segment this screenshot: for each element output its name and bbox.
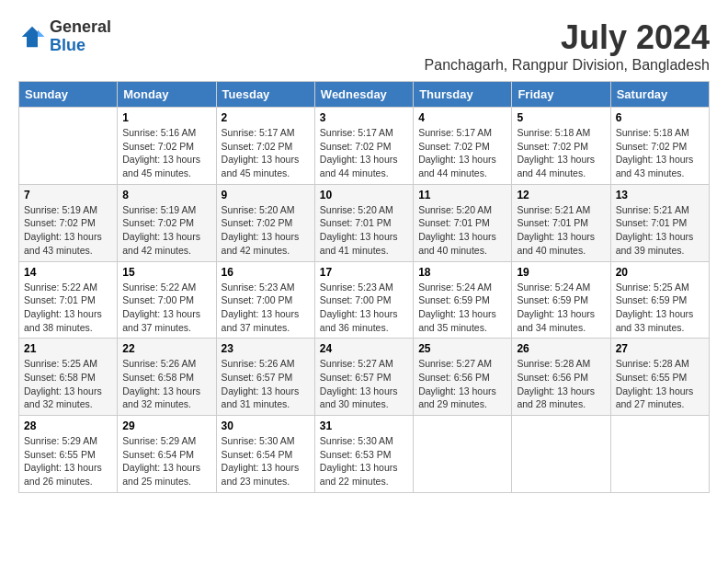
day-info: Sunrise: 5:30 AMSunset: 6:54 PMDaylight:… (222, 434, 310, 488)
calendar-cell: 8Sunrise: 5:19 AMSunset: 7:02 PMDaylight… (118, 184, 216, 261)
day-info: Sunrise: 5:23 AMSunset: 7:00 PMDaylight:… (320, 281, 408, 335)
calendar-cell: 22Sunrise: 5:26 AMSunset: 6:58 PMDayligh… (118, 339, 216, 416)
calendar-cell (610, 416, 709, 493)
day-number: 11 (418, 189, 506, 201)
calendar-week-row: 28Sunrise: 5:29 AMSunset: 6:55 PMDayligh… (19, 416, 710, 493)
calendar-week-row: 21Sunrise: 5:25 AMSunset: 6:58 PMDayligh… (19, 339, 710, 416)
logo-icon (18, 23, 46, 51)
day-info: Sunrise: 5:20 AMSunset: 7:02 PMDaylight:… (222, 203, 310, 258)
day-info: Sunrise: 5:29 AMSunset: 6:55 PMDaylight:… (24, 434, 112, 488)
calendar-cell: 14Sunrise: 5:22 AMSunset: 7:01 PMDayligh… (19, 261, 118, 339)
calendar-cell: 26Sunrise: 5:28 AMSunset: 6:56 PMDayligh… (512, 339, 610, 416)
day-number: 29 (122, 419, 210, 432)
calendar-cell: 10Sunrise: 5:20 AMSunset: 7:01 PMDayligh… (314, 184, 413, 261)
day-info: Sunrise: 5:23 AMSunset: 7:00 PMDaylight:… (222, 281, 310, 335)
day-info: Sunrise: 5:27 AMSunset: 6:56 PMDaylight:… (418, 357, 506, 411)
day-number: 10 (320, 189, 408, 201)
day-info: Sunrise: 5:22 AMSunset: 7:01 PMDaylight:… (24, 281, 112, 335)
calendar-cell (19, 108, 118, 185)
calendar-cell (512, 416, 610, 493)
calendar-cell: 11Sunrise: 5:20 AMSunset: 7:01 PMDayligh… (414, 184, 512, 261)
weekday-header-thursday: Thursday (414, 82, 512, 108)
calendar-cell: 1Sunrise: 5:16 AMSunset: 7:02 PMDaylight… (118, 108, 216, 185)
day-number: 12 (517, 189, 605, 201)
day-info: Sunrise: 5:30 AMSunset: 6:53 PMDaylight:… (320, 434, 408, 488)
day-number: 17 (320, 266, 408, 279)
calendar-cell: 3Sunrise: 5:17 AMSunset: 7:02 PMDaylight… (314, 108, 413, 185)
calendar-cell: 30Sunrise: 5:30 AMSunset: 6:54 PMDayligh… (216, 416, 314, 493)
day-info: Sunrise: 5:18 AMSunset: 7:02 PMDaylight:… (616, 126, 704, 180)
day-info: Sunrise: 5:20 AMSunset: 7:01 PMDaylight:… (320, 203, 408, 258)
calendar-cell: 31Sunrise: 5:30 AMSunset: 6:53 PMDayligh… (314, 416, 413, 493)
calendar-cell: 16Sunrise: 5:23 AMSunset: 7:00 PMDayligh… (216, 261, 314, 339)
day-info: Sunrise: 5:24 AMSunset: 6:59 PMDaylight:… (517, 281, 605, 335)
calendar-cell: 24Sunrise: 5:27 AMSunset: 6:57 PMDayligh… (314, 339, 413, 416)
day-number: 23 (222, 342, 310, 355)
day-info: Sunrise: 5:24 AMSunset: 6:59 PMDaylight:… (418, 281, 506, 335)
calendar-table: SundayMondayTuesdayWednesdayThursdayFrid… (18, 81, 710, 493)
calendar-cell: 12Sunrise: 5:21 AMSunset: 7:01 PMDayligh… (512, 184, 610, 261)
weekday-header-wednesday: Wednesday (314, 82, 413, 108)
calendar-cell: 20Sunrise: 5:25 AMSunset: 6:59 PMDayligh… (610, 261, 709, 339)
day-number: 22 (122, 342, 210, 355)
day-info: Sunrise: 5:17 AMSunset: 7:02 PMDaylight:… (418, 126, 506, 180)
calendar-cell: 21Sunrise: 5:25 AMSunset: 6:58 PMDayligh… (19, 339, 118, 416)
day-info: Sunrise: 5:21 AMSunset: 7:01 PMDaylight:… (616, 203, 704, 258)
calendar-cell: 2Sunrise: 5:17 AMSunset: 7:02 PMDaylight… (216, 108, 314, 185)
day-number: 16 (222, 266, 310, 279)
day-number: 4 (418, 111, 506, 124)
title-block: July 2024 Panchagarh, Rangpur Division, … (425, 18, 710, 74)
calendar-cell: 13Sunrise: 5:21 AMSunset: 7:01 PMDayligh… (610, 184, 709, 261)
calendar-cell: 17Sunrise: 5:23 AMSunset: 7:00 PMDayligh… (314, 261, 413, 339)
day-number: 13 (616, 189, 704, 201)
day-info: Sunrise: 5:25 AMSunset: 6:58 PMDaylight:… (24, 357, 112, 411)
calendar-cell: 29Sunrise: 5:29 AMSunset: 6:54 PMDayligh… (118, 416, 216, 493)
calendar-title: July 2024 (425, 18, 710, 57)
calendar-cell: 7Sunrise: 5:19 AMSunset: 7:02 PMDaylight… (19, 184, 118, 261)
day-info: Sunrise: 5:29 AMSunset: 6:54 PMDaylight:… (122, 434, 210, 488)
day-info: Sunrise: 5:20 AMSunset: 7:01 PMDaylight:… (418, 203, 506, 258)
day-number: 2 (222, 111, 310, 124)
logo-blue: Blue (50, 36, 85, 54)
calendar-cell: 23Sunrise: 5:26 AMSunset: 6:57 PMDayligh… (216, 339, 314, 416)
calendar-cell: 18Sunrise: 5:24 AMSunset: 6:59 PMDayligh… (414, 261, 512, 339)
day-info: Sunrise: 5:28 AMSunset: 6:56 PMDaylight:… (517, 357, 605, 411)
day-info: Sunrise: 5:22 AMSunset: 7:00 PMDaylight:… (122, 281, 210, 335)
calendar-week-row: 7Sunrise: 5:19 AMSunset: 7:02 PMDaylight… (19, 184, 710, 261)
calendar-cell: 28Sunrise: 5:29 AMSunset: 6:55 PMDayligh… (19, 416, 118, 493)
day-info: Sunrise: 5:26 AMSunset: 6:57 PMDaylight:… (222, 357, 310, 411)
day-number: 24 (320, 342, 408, 355)
logo-general: General (50, 17, 111, 36)
logo: General Blue (18, 18, 111, 55)
day-number: 6 (616, 111, 704, 124)
calendar-cell: 19Sunrise: 5:24 AMSunset: 6:59 PMDayligh… (512, 261, 610, 339)
day-number: 8 (122, 189, 210, 201)
day-number: 14 (24, 266, 112, 279)
calendar-cell: 5Sunrise: 5:18 AMSunset: 7:02 PMDaylight… (512, 108, 610, 185)
day-info: Sunrise: 5:17 AMSunset: 7:02 PMDaylight:… (222, 126, 310, 180)
calendar-week-row: 14Sunrise: 5:22 AMSunset: 7:01 PMDayligh… (19, 261, 710, 339)
weekday-header-sunday: Sunday (19, 82, 118, 108)
weekday-header-saturday: Saturday (610, 82, 709, 108)
day-number: 30 (222, 419, 310, 432)
svg-marker-1 (38, 29, 45, 37)
weekday-header-monday: Monday (118, 82, 216, 108)
day-number: 28 (24, 419, 112, 432)
calendar-cell: 4Sunrise: 5:17 AMSunset: 7:02 PMDaylight… (414, 108, 512, 185)
day-info: Sunrise: 5:27 AMSunset: 6:57 PMDaylight:… (320, 357, 408, 411)
day-number: 1 (122, 111, 210, 124)
day-number: 3 (320, 111, 408, 124)
calendar-week-row: 1Sunrise: 5:16 AMSunset: 7:02 PMDaylight… (19, 108, 710, 185)
weekday-header-tuesday: Tuesday (216, 82, 314, 108)
calendar-cell: 27Sunrise: 5:28 AMSunset: 6:55 PMDayligh… (610, 339, 709, 416)
day-info: Sunrise: 5:28 AMSunset: 6:55 PMDaylight:… (616, 357, 704, 411)
calendar-cell: 15Sunrise: 5:22 AMSunset: 7:00 PMDayligh… (118, 261, 216, 339)
day-info: Sunrise: 5:26 AMSunset: 6:58 PMDaylight:… (122, 357, 210, 411)
day-number: 5 (517, 111, 605, 124)
day-number: 7 (24, 189, 112, 201)
page-header: General Blue July 2024 Panchagarh, Rangp… (18, 18, 710, 74)
calendar-cell: 25Sunrise: 5:27 AMSunset: 6:56 PMDayligh… (414, 339, 512, 416)
calendar-cell (414, 416, 512, 493)
calendar-cell: 6Sunrise: 5:18 AMSunset: 7:02 PMDaylight… (610, 108, 709, 185)
day-number: 18 (418, 266, 506, 279)
